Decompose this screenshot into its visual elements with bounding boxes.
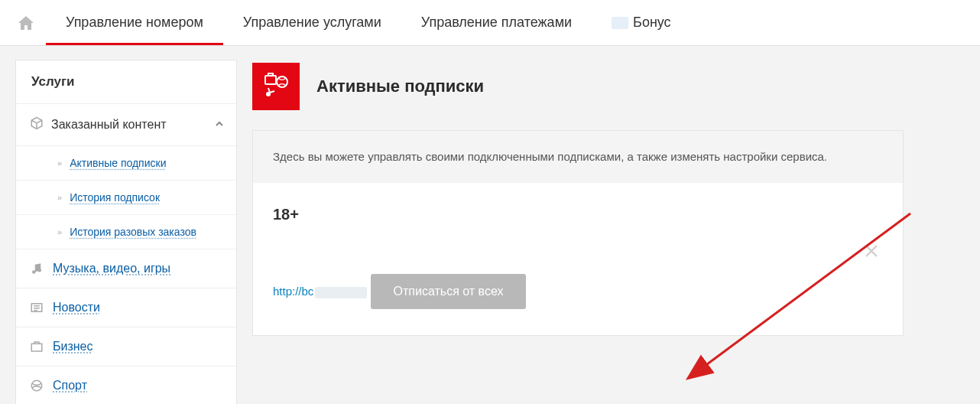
nav-tab-label: Управление платежами — [421, 15, 572, 30]
sidebar-cat-sport[interactable]: Спорт — [16, 367, 236, 404]
card-intro-text: Здесь вы можете управлять своими подключ… — [253, 131, 903, 183]
top-nav: Управление номером Управление услугами У… — [0, 0, 980, 46]
subscription-url-link[interactable]: http://bc — [273, 285, 371, 298]
sidebar-cat-label[interactable]: Новости — [53, 301, 100, 314]
services-tile-icon — [252, 63, 300, 110]
svg-rect-5 — [265, 76, 276, 84]
bullet-icon: » — [57, 227, 62, 236]
sidebar-cat-business[interactable]: Бизнес — [16, 327, 236, 367]
sidebar-link-active-subs[interactable]: Активные подписки — [70, 157, 166, 169]
annotation-arrow — [681, 206, 926, 389]
nav-tab-label: Управление услугами — [243, 15, 381, 30]
sidebar-link-sub-history[interactable]: История подписок — [70, 191, 160, 204]
bullet-icon: » — [57, 193, 62, 202]
home-icon[interactable] — [17, 15, 35, 34]
main-content: Активные подписки Здесь вы можете управл… — [252, 63, 980, 336]
sidebar-cat-news[interactable]: Новости — [16, 288, 236, 327]
redacted-region — [315, 287, 367, 298]
sidebar-sub-item[interactable]: » Активные подписки — [16, 146, 236, 181]
nav-tab-manage-payments[interactable]: Управление платежами — [401, 1, 592, 45]
sidebar: Услуги Заказанный контент » Активные под… — [15, 60, 237, 404]
svg-point-1 — [38, 269, 42, 272]
unsubscribe-all-button[interactable]: Отписаться от всех — [371, 274, 527, 309]
sidebar-group-ordered-content[interactable]: Заказанный контент — [16, 104, 236, 146]
news-icon — [30, 301, 44, 314]
page-title: Активные подписки — [316, 77, 484, 96]
nav-tab-bonus[interactable]: Бонус — [592, 1, 691, 45]
sidebar-cat-music[interactable]: Музыка, видео, игры — [16, 249, 236, 288]
music-icon — [30, 262, 44, 275]
sidebar-link-order-history[interactable]: История разовых заказов — [70, 226, 196, 238]
card-body: 18+ http://bc Отписаться от всех — [253, 183, 903, 335]
nav-tab-label: Управление номером — [66, 15, 203, 30]
sidebar-cat-label[interactable]: Спорт — [53, 379, 87, 393]
svg-point-7 — [266, 92, 271, 96]
sidebar-header: Услуги — [16, 60, 236, 104]
sidebar-group-label: Заказанный контент — [51, 118, 167, 132]
nav-tab-label: Бонус — [633, 15, 671, 31]
nav-tab-manage-number[interactable]: Управление номером — [46, 1, 223, 45]
cube-icon — [30, 116, 44, 133]
main-header: Активные подписки — [252, 63, 904, 110]
svg-rect-3 — [31, 344, 42, 351]
svg-point-0 — [32, 270, 36, 274]
sidebar-sub-item[interactable]: » История подписок — [16, 181, 236, 215]
subscription-url-text: http://bc — [273, 285, 313, 298]
svg-line-8 — [704, 213, 910, 367]
subscription-name: 18+ — [273, 206, 883, 223]
business-icon — [30, 340, 44, 354]
nav-tab-manage-services[interactable]: Управление услугами — [223, 1, 401, 45]
svg-point-4 — [31, 380, 42, 391]
bullet-icon: » — [57, 158, 62, 168]
close-icon[interactable] — [863, 243, 880, 262]
sport-icon — [30, 379, 44, 393]
subscriptions-card: Здесь вы можете управлять своими подключ… — [252, 130, 904, 336]
sidebar-sub-item[interactable]: » История разовых заказов — [16, 215, 236, 249]
sidebar-cat-label[interactable]: Музыка, видео, игры — [53, 262, 170, 275]
bonus-badge-icon — [612, 17, 628, 29]
chevron-up-icon — [215, 118, 224, 132]
sidebar-cat-label[interactable]: Бизнес — [53, 340, 93, 354]
